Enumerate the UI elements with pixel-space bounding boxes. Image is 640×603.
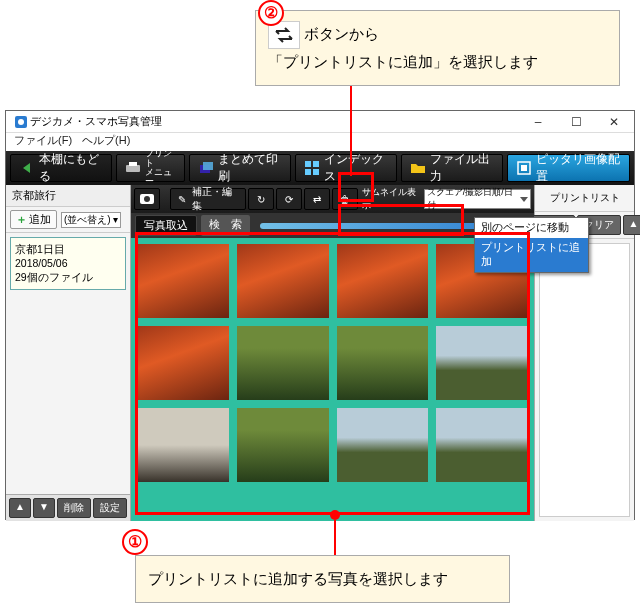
title-bar: デジカメ・スマホ写真管理 – ☐ ✕: [6, 111, 634, 133]
album-item[interactable]: 京都1日目 2018/05/06 29個のファイル: [10, 237, 126, 290]
back-to-shelf-button[interactable]: 本棚にもどる: [10, 154, 112, 182]
svg-rect-2: [126, 165, 140, 172]
dropdown-move-page[interactable]: 別のページに移動: [475, 218, 588, 238]
thumbnail[interactable]: [336, 243, 430, 319]
main-toolbar: 本棚にもどる プリントメニュー まとめて印刷 インデックス ファイル出力 ピッタ…: [6, 151, 634, 185]
thumbnail[interactable]: [336, 325, 430, 401]
callout-bottom: プリントリストに追加する写真を選択します: [135, 555, 510, 603]
tab-import[interactable]: 写真取込: [135, 215, 197, 236]
thumbnail-mode-select[interactable]: スクエア/撮影日順/日付: [424, 189, 531, 209]
close-button[interactable]: ✕: [600, 115, 628, 129]
stack-icon: [198, 159, 214, 177]
refresh-icon: ⟳: [282, 192, 296, 206]
dropdown-add-print-list[interactable]: プリントリストに追加: [475, 238, 588, 272]
thumbnail[interactable]: [136, 243, 230, 319]
svg-rect-7: [313, 161, 319, 167]
thumbnail-grid: [131, 238, 534, 521]
svg-point-1: [18, 119, 24, 125]
rotate-icon: ↻: [254, 192, 268, 206]
callout-top: ボタンから 「プリントリストに追加」を選択します: [255, 10, 620, 86]
svg-rect-5: [203, 162, 213, 170]
sidebar-heading: 京都旅行: [6, 185, 130, 207]
camera-icon: [140, 192, 154, 206]
app-icon: [12, 113, 30, 131]
svg-rect-3: [129, 162, 137, 166]
index-button[interactable]: インデックス: [295, 154, 397, 182]
sidebar-move-down[interactable]: ▼: [33, 498, 55, 518]
step-number-1: ①: [122, 529, 148, 555]
index-icon: [304, 159, 320, 177]
thumbnail[interactable]: [236, 243, 330, 319]
svg-rect-11: [521, 165, 527, 171]
print-list-body: [539, 243, 630, 517]
thumbnail-label: サムネイル表示: [362, 186, 422, 212]
thumbnail[interactable]: [435, 325, 529, 401]
batch-print-button[interactable]: まとめて印刷: [189, 154, 291, 182]
sidebar-settings[interactable]: 設定: [93, 498, 127, 518]
file-output-button[interactable]: ファイル出力: [401, 154, 503, 182]
printer-icon: [125, 159, 141, 177]
thumbnail[interactable]: [136, 325, 230, 401]
camera-button[interactable]: [134, 188, 160, 210]
arrow-left-icon: [19, 159, 35, 177]
sidebar-move-up[interactable]: ▲: [9, 498, 31, 518]
minimize-button[interactable]: –: [524, 115, 552, 129]
sort-select[interactable]: (並べ替え) ▾: [61, 212, 121, 228]
swap-dropdown-menu: 別のページに移動 プリントリストに追加: [474, 217, 589, 273]
print-list-title: プリントリスト: [535, 185, 634, 212]
svg-rect-8: [305, 169, 311, 175]
trash-icon: 🗑: [338, 192, 352, 206]
thumbnail[interactable]: [236, 407, 330, 483]
thumbnail[interactable]: [336, 407, 430, 483]
step-number-2: ②: [258, 0, 284, 26]
refresh-button[interactable]: ⟳: [276, 188, 302, 210]
tab-search[interactable]: 検 索: [201, 215, 250, 236]
swap-icon: ⇄: [310, 192, 324, 206]
fit-icon: [516, 159, 532, 177]
app-window: デジカメ・スマホ写真管理 – ☐ ✕ ファイル(F) ヘルプ(H) 本棚にもどる…: [5, 110, 635, 520]
menu-help[interactable]: ヘルプ(H): [82, 133, 130, 151]
folder-icon: [410, 159, 426, 177]
correct-edit-button[interactable]: ✎補正・編集: [170, 188, 246, 210]
add-button[interactable]: ＋ 追加: [10, 210, 57, 229]
thumbnail[interactable]: [435, 407, 529, 483]
menu-bar: ファイル(F) ヘルプ(H): [6, 133, 634, 151]
window-title: デジカメ・スマホ写真管理: [30, 114, 524, 129]
plus-icon: ＋: [16, 212, 27, 227]
center-pane: ✎補正・編集 ↻ ⟳ ⇄ 🗑 サムネイル表示 スクエア/撮影日順/日付 写真取込…: [131, 185, 534, 521]
print-menu-button[interactable]: プリントメニュー: [116, 154, 186, 182]
svg-rect-6: [305, 161, 311, 167]
delete-button[interactable]: 🗑: [332, 188, 358, 210]
wand-icon: ✎: [176, 192, 189, 206]
rotate-button[interactable]: ↻: [248, 188, 274, 210]
sidebar-delete[interactable]: 削除: [57, 498, 91, 518]
svg-point-13: [144, 196, 150, 202]
menu-file[interactable]: ファイル(F): [14, 133, 72, 151]
svg-rect-9: [313, 169, 319, 175]
swap-button[interactable]: ⇄: [304, 188, 330, 210]
fit-images-button[interactable]: ピッタリ画像配置: [507, 154, 630, 182]
thumbnail[interactable]: [236, 325, 330, 401]
thumbnail[interactable]: [136, 407, 230, 483]
sidebar: 京都旅行 ＋ 追加 (並べ替え) ▾ 京都1日目 2018/05/06 29個の…: [6, 185, 131, 521]
maximize-button[interactable]: ☐: [562, 115, 590, 129]
center-toolbar: ✎補正・編集 ↻ ⟳ ⇄ 🗑 サムネイル表示 スクエア/撮影日順/日付: [131, 185, 534, 213]
print-list-up[interactable]: ▲: [623, 215, 641, 235]
